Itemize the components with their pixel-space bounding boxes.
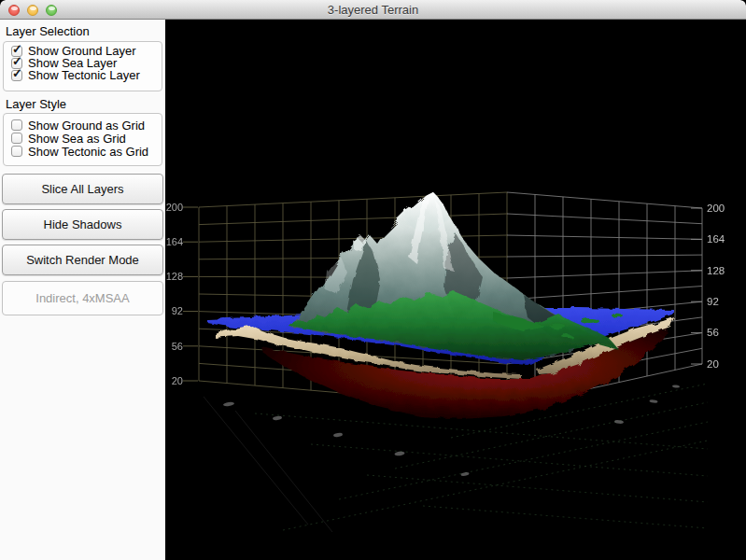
app-window: 3-layered Terrain Layer Selection ✓ Show… xyxy=(0,0,746,560)
render-mode-status: Indirect, 4xMSAA xyxy=(2,281,163,315)
terrain-viewport[interactable]: 200 164 128 92 56 20 200 164 128 92 56 2… xyxy=(165,20,746,560)
checkbox-show-tectonic-as-grid[interactable]: Show Tectonic as Grid xyxy=(11,145,162,158)
checkbox-label: Show Sea as Grid xyxy=(28,132,126,146)
svg-text:20: 20 xyxy=(707,358,719,370)
svg-text:56: 56 xyxy=(707,327,719,338)
control-sidebar: Layer Selection ✓ Show Ground Layer ✓ Sh… xyxy=(0,20,165,560)
svg-text:200: 200 xyxy=(707,203,725,214)
checkbox-show-tectonic-layer[interactable]: ✓ Show Tectonic Layer xyxy=(11,69,162,81)
checkbox-box[interactable]: ✓ xyxy=(11,70,22,81)
svg-text:56: 56 xyxy=(172,341,183,352)
svg-text:92: 92 xyxy=(707,296,719,307)
checkbox-show-ground-as-grid[interactable]: Show Ground as Grid xyxy=(11,119,162,132)
checkmark-icon: ✓ xyxy=(12,55,22,67)
checkbox-label: Show Tectonic as Grid xyxy=(28,145,148,159)
checkbox-label: Show Tectonic Layer xyxy=(28,68,140,82)
title-bar[interactable]: 3-layered Terrain xyxy=(0,0,746,20)
checkbox-show-sea-as-grid[interactable]: Show Sea as Grid xyxy=(11,132,162,145)
svg-text:92: 92 xyxy=(172,305,183,316)
checkmark-icon: ✓ xyxy=(12,67,22,79)
checkbox-label: Show Ground as Grid xyxy=(28,119,145,133)
layer-style-group: Show Ground as Grid Show Sea as Grid Sho… xyxy=(3,113,162,166)
svg-text:128: 128 xyxy=(166,271,183,282)
slice-all-layers-button[interactable]: Slice All Layers xyxy=(2,174,163,204)
window-title: 3-layered Terrain xyxy=(0,3,746,17)
layer-selection-group: ✓ Show Ground Layer ✓ Show Sea Layer ✓ S… xyxy=(3,41,162,91)
checkbox-box[interactable] xyxy=(11,146,22,157)
switch-render-mode-button[interactable]: Switch Render Mode xyxy=(2,245,163,275)
svg-text:20: 20 xyxy=(172,375,183,386)
checkbox-box[interactable] xyxy=(11,133,22,144)
checkbox-box[interactable] xyxy=(11,119,22,131)
layer-selection-label: Layer Selection xyxy=(6,24,90,38)
svg-text:164: 164 xyxy=(707,233,725,245)
svg-text:200: 200 xyxy=(166,202,183,213)
checkmark-icon: ✓ xyxy=(12,43,22,55)
layer-style-label: Layer Style xyxy=(6,97,66,111)
hide-shadows-button[interactable]: Hide Shadows xyxy=(2,209,163,240)
svg-text:164: 164 xyxy=(166,236,183,247)
svg-text:128: 128 xyxy=(707,265,725,276)
